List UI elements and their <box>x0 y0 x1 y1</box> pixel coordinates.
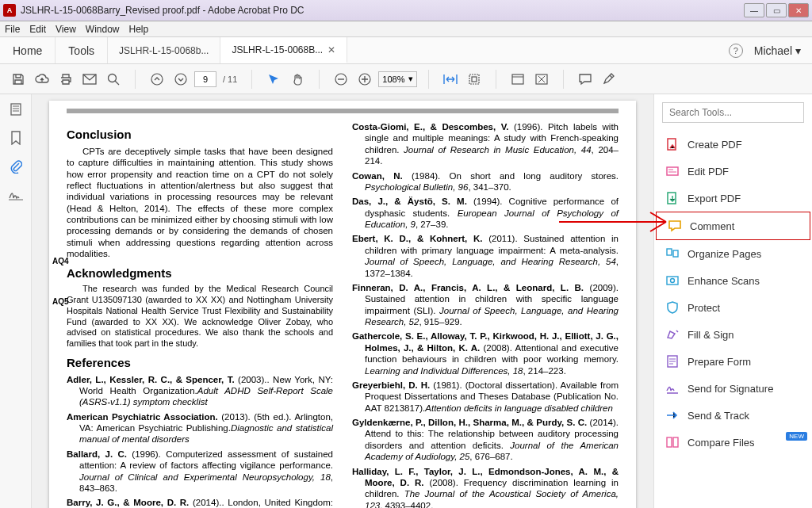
page-number-input[interactable] <box>194 71 216 87</box>
print-icon[interactable] <box>56 69 76 90</box>
aq5-marker: AQ5 <box>52 297 69 307</box>
zoom-dropdown[interactable]: 108%▾ <box>378 71 416 87</box>
tools-button[interactable]: Tools <box>56 37 108 63</box>
svg-rect-15 <box>673 250 678 257</box>
svg-rect-10 <box>11 104 21 115</box>
tool-comment[interactable]: Comment <box>656 212 810 240</box>
svg-rect-14 <box>667 249 672 255</box>
menu-edit[interactable]: Edit <box>29 24 46 35</box>
aq4-marker: AQ4 <box>52 257 69 267</box>
page-up-icon[interactable] <box>147 69 167 90</box>
heading-conclusion: Conclusion <box>67 128 333 143</box>
left-rail <box>0 94 32 508</box>
fit-page-icon[interactable] <box>464 69 485 90</box>
read-mode-icon[interactable] <box>531 69 552 90</box>
svg-rect-6 <box>469 74 479 84</box>
tool-enhance-scans[interactable]: Enhance Scans <box>654 267 812 294</box>
menu-window[interactable]: Window <box>86 24 120 35</box>
tool-label: Export PDF <box>688 193 741 204</box>
mail-icon[interactable] <box>79 69 100 90</box>
toolbar: / 11 108%▾ <box>0 64 812 94</box>
document-view[interactable]: Conclusion CPTs are deceptively simple t… <box>32 94 653 508</box>
hand-tool-icon[interactable] <box>287 69 308 90</box>
tool-fill-sign[interactable]: Fill & Sign <box>654 321 812 348</box>
reference-entry: Das, J., & Äystö, S. M. (1994). Cognitiv… <box>352 196 619 230</box>
prepare-form-icon <box>665 354 680 369</box>
reference-entry: Greyerbiehl, D. H. (1981). (Doctoral dis… <box>352 380 619 414</box>
save-icon[interactable] <box>8 69 29 90</box>
tool-send-track[interactable]: Send & Track <box>654 402 812 429</box>
zoom-out-icon[interactable] <box>331 69 351 90</box>
tool-edit-pdf[interactable]: Edit PDF <box>654 158 812 185</box>
search-tools-input[interactable] <box>662 102 804 123</box>
reference-entry: Gyldenkærne, P., Dillon, H., Sharma, M.,… <box>352 417 619 463</box>
bookmark-icon[interactable] <box>7 129 25 147</box>
zoom-in-icon[interactable] <box>354 69 375 90</box>
tool-label: Protect <box>688 302 720 314</box>
svg-point-17 <box>671 279 675 283</box>
doc-tabs: JSLHR-L-15-0068b... JSLHR-L-15-0068B...✕ <box>108 37 718 63</box>
tool-create-pdf[interactable]: Create PDF <box>654 131 812 158</box>
tool-label: Enhance Scans <box>688 275 760 287</box>
app-icon: A <box>3 4 16 17</box>
svg-rect-8 <box>512 74 523 84</box>
doc-tab-2[interactable]: JSLHR-L-15-0068B...✕ <box>220 37 347 63</box>
page-down-icon[interactable] <box>170 69 191 90</box>
create-pdf-icon <box>665 137 680 151</box>
menu-help[interactable]: Help <box>129 24 149 35</box>
tools-panel: Create PDFEdit PDFExport PDFCommentOrgan… <box>653 94 812 508</box>
close-tab-icon[interactable]: ✕ <box>327 44 335 55</box>
tool-label: Fill & Sign <box>688 329 734 341</box>
tool-label: Edit PDF <box>688 166 729 178</box>
new-badge: NEW <box>786 432 807 441</box>
search-icon[interactable] <box>103 69 124 90</box>
view-mode-icon[interactable] <box>508 69 528 90</box>
tool-prepare-form[interactable]: Prepare Form <box>654 348 812 375</box>
tool-export-pdf[interactable]: Export PDF <box>654 185 812 212</box>
tool-compare-files[interactable]: Compare FilesNEW <box>654 429 812 456</box>
fit-width-icon[interactable] <box>440 69 461 90</box>
doc-tab-1[interactable]: JSLHR-L-15-0068b... <box>108 37 220 63</box>
doc-tab-1-label: JSLHR-L-15-0068b... <box>119 45 209 56</box>
heading-refs: References <box>67 356 333 371</box>
tool-label: Compare Files <box>688 437 755 449</box>
tool-label: Create PDF <box>688 139 742 151</box>
reference-entry: Barry, J. G., & Moore, D. R. (2014).. Lo… <box>67 497 333 508</box>
home-button[interactable]: Home <box>0 37 56 63</box>
signature-icon[interactable] <box>7 186 25 204</box>
edit-pdf-icon <box>665 164 680 178</box>
comment-bubble-icon[interactable] <box>575 69 596 90</box>
user-menu[interactable]: Michael ▾ <box>754 44 801 57</box>
tool-label: Comment <box>690 220 734 232</box>
cloud-icon[interactable] <box>32 69 52 90</box>
reference-entry: Gathercole, S. E., Alloway, T. P., Kirkw… <box>352 330 619 376</box>
conclusion-text: CPTs are deceptively simple tasks that h… <box>67 146 333 260</box>
attachment-icon[interactable] <box>7 158 25 175</box>
title-bar: A JSLHR-L-15-0068Barry_Revised proof.pdf… <box>0 0 812 21</box>
organize-pages-icon <box>665 246 680 261</box>
maximize-button[interactable]: ▭ <box>766 3 787 17</box>
menu-file[interactable]: File <box>5 24 20 35</box>
svg-rect-16 <box>667 277 678 285</box>
left-column: Conclusion CPTs are deceptively simple t… <box>67 121 333 508</box>
highlight-pen-icon[interactable] <box>599 69 619 90</box>
menu-view[interactable]: View <box>56 24 76 35</box>
tool-organize-pages[interactable]: Organize Pages <box>654 240 812 267</box>
doc-tab-2-label: JSLHR-L-15-0068B... <box>232 44 323 55</box>
thumbnails-icon[interactable] <box>7 101 25 118</box>
svg-rect-13 <box>668 193 676 204</box>
help-icon[interactable]: ? <box>729 44 743 58</box>
tool-send-for-signature[interactable]: Send for Signature <box>654 375 812 402</box>
arrow-tool-icon[interactable] <box>263 69 284 90</box>
reference-entry: Finneran, D. A., Francis, A. L., & Leona… <box>352 282 619 328</box>
svg-rect-12 <box>667 167 678 175</box>
close-button[interactable]: ✕ <box>788 3 809 17</box>
minimize-button[interactable]: ― <box>744 3 764 17</box>
heading-ack: Acknowledgments <box>67 266 333 281</box>
tool-protect[interactable]: Protect <box>654 294 812 321</box>
reference-entry: Ballard, J. C. (1996). Computerized asse… <box>67 449 333 495</box>
svg-rect-7 <box>472 77 477 82</box>
send-track-icon <box>665 408 680 422</box>
export-pdf-icon <box>665 191 680 205</box>
main-area: Conclusion CPTs are deceptively simple t… <box>0 94 812 508</box>
